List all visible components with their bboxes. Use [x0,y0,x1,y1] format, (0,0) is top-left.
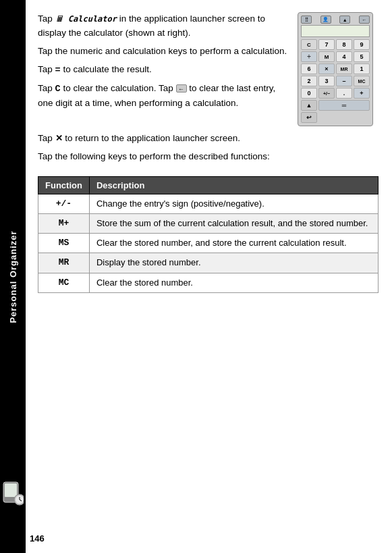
calc-btn-7[interactable]: 7 [318,39,335,50]
func-key-cell: M+ [38,214,90,234]
page-number: 146 [30,533,45,544]
calc-icon-back: ← [359,16,370,24]
table-row: MCClear the stored number. [38,273,379,292]
func-desc-cell: Display the stored number. [89,253,378,273]
table-body: +/-Change the entry's sign (positive/neg… [38,194,379,292]
col-header-function: Function [38,176,90,194]
calc-btn-0[interactable]: 0 [301,88,317,99]
c-key-ref: C [55,84,61,94]
calc-btn-mr[interactable]: MR [336,63,352,74]
table-row: M+Store the sum of the current calculati… [38,214,379,234]
calc-button-grid: C 7 8 9 ÷ M 4 5 6 × MR 1 [301,39,370,123]
func-key-cell: MR [38,253,90,273]
calc-btn-2[interactable]: 2 [301,76,317,86]
organizer-icon [2,481,24,510]
page-container: Personal Organizer [0,0,392,553]
instructions-text: Tap 🖩 Calculator in the application laun… [38,12,291,126]
calc-btn-4[interactable]: 4 [336,51,352,62]
calc-icon-up: ▲ [339,16,350,24]
table-header-row: Function Description [38,176,379,194]
calc-btn-add[interactable]: + [354,88,370,99]
calc-btn-3[interactable]: 3 [318,76,335,86]
func-desc-cell: Clear the stored number, and store the c… [89,234,378,253]
back-key-ref: ← [176,84,187,93]
calc-btn-mul[interactable]: × [318,63,335,74]
calc-btn-dot[interactable]: . [336,88,352,99]
calc-btn-5[interactable]: 5 [354,51,370,62]
top-section: Tap 🖩 Calculator in the application laun… [38,12,379,126]
calc-btn-8[interactable]: 8 [336,39,352,50]
func-key-cell: MS [38,234,90,253]
table-row: +/-Change the entry's sign (positive/neg… [38,194,379,213]
equals-key-ref: = [55,65,61,75]
col-header-description: Description [89,176,378,194]
calc-btn-mc[interactable]: MC [354,76,370,86]
main-content: Tap 🖩 Calculator in the application laun… [26,0,392,553]
calc-btn-equals[interactable]: ═ [318,100,370,111]
sidebar-label: Personal Organizer [8,230,18,323]
calc-top-icons: ⣿ 👤 ▲ ← [301,16,370,24]
func-desc-cell: Store the sum of the current calculation… [89,214,378,234]
table-header: Function Description [38,176,379,194]
func-key-cell: MC [38,273,90,292]
below-top-instructions: Tap ✕ to return to the application launc… [38,132,379,168]
calc-btn-9[interactable]: 9 [354,39,370,50]
sidebar-icon-area [0,479,26,512]
table-row: MRDisplay the stored number. [38,253,379,273]
calc-btn-div[interactable]: ÷ [301,51,317,62]
instruction-para1: Tap 🖩 Calculator in the application laun… [38,12,291,41]
instruction-para5: Tap ✕ to return to the application launc… [38,132,379,146]
table-row: MSClear the stored number, and store the… [38,234,379,253]
device-icon [1,479,24,512]
calc-icon-person: 👤 [320,16,331,24]
func-key-cell: +/- [38,194,90,213]
calc-icon-grid: ⣿ [301,16,312,24]
calc-display [301,25,370,37]
instruction-para4: Tap C to clear the calculation. Tap ← to… [38,82,291,111]
x-key-ref: ✕ [55,133,63,143]
instruction-para3: Tap = to calculate the result. [38,63,291,78]
instruction-para2: Tap the numeric and calculation keys to … [38,45,291,59]
calc-btn-c[interactable]: C [301,39,317,50]
instruction-para6: Tap the following keys to perform the de… [38,150,379,164]
calc-btn-enter[interactable]: ↩ [301,112,317,123]
func-desc-cell: Change the entry's sign (positive/negati… [89,194,378,213]
sidebar: Personal Organizer [0,0,26,553]
calc-btn-sign[interactable]: +/− [318,88,335,99]
calc-btn-1[interactable]: 1 [354,63,370,74]
function-table: Function Description +/-Change the entry… [38,176,379,293]
calculator-app-name: 🖩 Calculator [55,14,117,24]
calculator-container: ⣿ 👤 ▲ ← C 7 8 9 [298,12,379,126]
calculator-image: ⣿ 👤 ▲ ← C 7 8 9 [298,12,373,126]
calc-btn-6[interactable]: 6 [301,63,317,74]
calc-btn-up2[interactable]: ▲ [301,100,317,111]
calc-btn-sub[interactable]: – [336,76,352,86]
svg-rect-1 [5,483,17,497]
func-desc-cell: Clear the stored number. [89,273,378,292]
calc-btn-m[interactable]: M [318,51,335,62]
